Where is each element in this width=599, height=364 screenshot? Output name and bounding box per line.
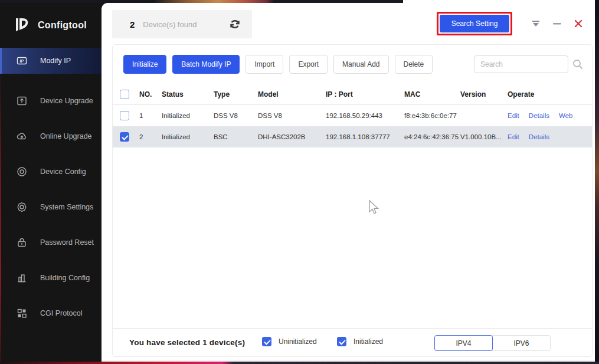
batch-modify-ip-button[interactable]: Batch Modify IP [172,55,240,74]
device-found-panel: 2 Device(s) found [112,10,252,38]
search-icon[interactable] [572,58,584,70]
close-icon[interactable] [574,19,583,28]
cgi-protocol-icon [17,308,27,319]
cell-type: BSC [214,133,258,140]
sidebar-item-device-upgrade[interactable]: Device Upgrade [0,83,102,119]
desktop-edge-top [0,0,403,3]
filter-label: Initialized [353,337,383,346]
search-area [474,55,584,73]
cell-status: Initialized [162,112,214,119]
dahua-logo-icon [12,16,31,35]
main-panel: 2 Device(s) found Search Setting [102,3,595,362]
search-input[interactable] [474,55,568,73]
ipv6-button[interactable]: IPV6 [492,335,551,351]
cell-model: DHI-ASC3202B [258,133,326,140]
desktop-edge-left [0,76,1,362]
sidebar-item-label: Online Upgrade [40,132,92,140]
col-version: Version [460,90,508,99]
details-link[interactable]: Details [529,112,549,119]
export-button[interactable]: Export [289,55,328,74]
manual-add-button[interactable]: Manual Add [333,55,388,74]
app-title: Configtool [38,20,87,31]
sidebar-item-online-upgrade[interactable]: Online Upgrade [0,119,102,154]
desktop-edge-bottom [0,362,599,364]
sidebar-item-label: System Settings [40,203,93,211]
col-status: Status [162,90,214,99]
collapse-icon[interactable] [531,19,541,28]
device-list-card: Initialize Batch Modify IP Import Export… [112,44,593,357]
password-reset-icon [17,237,27,248]
cell-no: 1 [139,112,162,119]
desktop-edge-right [595,0,599,364]
table-header: NO. Status Type Model IP : Port MAC Vers… [113,84,592,105]
ipv4-button[interactable]: IPV4 [434,335,493,351]
col-ip-port: IP : Port [326,90,404,99]
online-upgrade-icon [17,131,27,142]
device-config-icon [17,166,27,177]
filter-label: Uninitialized [279,337,317,346]
sidebar-item-label: Password Reset [40,238,94,247]
sidebar-item-system-settings[interactable]: System Settings [0,189,102,225]
details-link[interactable]: Details [529,133,549,140]
sidebar-item-building-config[interactable]: Building Config [0,260,102,296]
col-no: NO. [139,90,162,99]
cell-type: DSS V8 [214,112,258,119]
sidebar: Configtool IP Modify IP Device Upgrade [0,3,102,362]
col-operate: Operate [508,90,592,99]
import-button[interactable]: Import [246,55,283,74]
selection-summary: You have selected 1 device(s) [129,338,245,347]
sidebar-item-cgi-protocol[interactable]: CGI Protocol [0,296,102,331]
cell-model: DSS V8 [258,112,326,119]
web-link[interactable]: Web [559,112,572,119]
row-checkbox[interactable] [120,111,129,120]
modify-ip-icon: IP [17,55,27,66]
edit-link[interactable]: Edit [508,133,519,140]
sidebar-item-label: Modify IP [40,57,71,65]
col-model: Model [258,90,326,99]
select-all-checkbox[interactable] [120,90,129,99]
svg-text:IP: IP [19,58,24,64]
building-config-icon [17,273,27,283]
cell-ip-port: 192.168.50.29:443 [326,112,404,119]
main-header: 2 Device(s) found Search Setting [102,3,595,44]
col-mac: MAC [404,90,460,99]
selected-count: 1 [202,338,207,347]
cell-status: Initialized [162,133,214,140]
device-row[interactable]: 2 Initialized BSC DHI-ASC3202B 192.168.1… [113,126,592,147]
initialize-button[interactable]: Initialize [123,55,166,74]
initialized-checkbox[interactable] [337,337,346,346]
sidebar-item-modify-ip[interactable]: IP Modify IP [0,48,102,74]
sidebar-item-label: Device Config [40,168,86,176]
sidebar-item-label: Device Upgrade [40,97,93,105]
cell-mac: e4:24:6c:42:36:75 [404,133,460,140]
toolbar: Initialize Batch Modify IP Import Export… [113,45,592,84]
delete-button[interactable]: Delete [395,55,433,74]
table-empty-area [113,147,592,328]
row-checkbox[interactable] [120,132,129,142]
mouse-cursor [366,199,379,216]
cell-no: 2 [139,133,162,140]
col-type: Type [214,90,258,99]
cell-mac: f8:e4:3b:6c:0e:77 [404,112,460,119]
sidebar-nav: IP Modify IP Device Upgrade Online Upgra… [0,48,102,331]
filter-uninitialized[interactable]: Uninitialized [262,337,317,346]
refresh-icon[interactable] [228,18,241,31]
device-upgrade-icon [17,96,27,106]
sidebar-item-label: Building Config [40,274,90,282]
search-setting-button[interactable]: Search Setting [440,15,509,32]
device-row[interactable]: 1 Initialized DSS V8 DSS V8 192.168.50.2… [113,105,592,126]
sidebar-item-label: CGI Protocol [40,309,83,317]
sidebar-item-password-reset[interactable]: Password Reset [0,225,102,260]
ip-version-toggle: IPV4 IPV6 [434,335,551,351]
filter-initialized[interactable]: Initialized [337,337,383,346]
device-count: 2 [130,19,135,29]
device-found-label: Device(s) found [143,20,197,29]
edit-link[interactable]: Edit [508,112,519,119]
minimize-icon[interactable] [552,19,562,28]
annotation-highlight: Search Setting [437,12,512,35]
sidebar-item-device-config[interactable]: Device Config [0,154,102,189]
uninitialized-checkbox[interactable] [262,337,271,346]
configtool-window: Configtool IP Modify IP Device Upgrade [0,3,595,362]
cell-version: V1.000.10B... [460,133,508,140]
system-settings-icon [17,202,27,212]
